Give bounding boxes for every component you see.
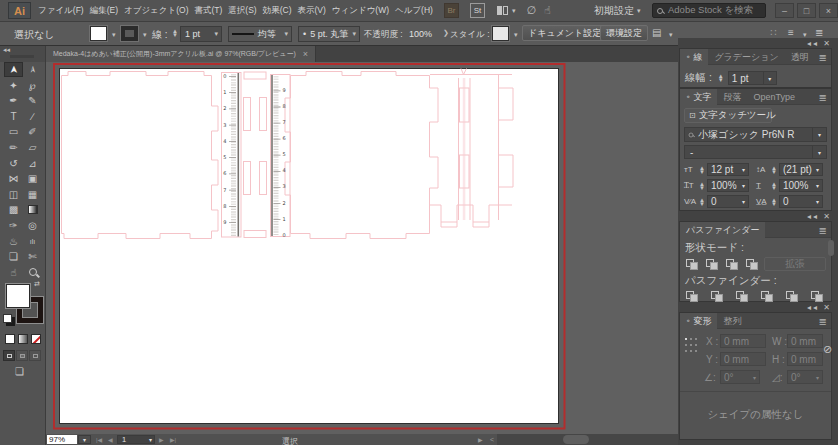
shape-mode-0-icon[interactable] bbox=[685, 258, 700, 271]
tab-character[interactable]: ∘文字 bbox=[680, 89, 717, 105]
stroke-weight-panel-field[interactable]: 1 pt bbox=[728, 71, 764, 85]
menu-item-1[interactable]: 編集(E) bbox=[87, 0, 121, 22]
direct-selection-tool[interactable]: ➢ bbox=[23, 62, 42, 77]
stock-search-box[interactable]: Adobe Stock を検索 bbox=[652, 3, 766, 18]
horizontal-scale-field[interactable]: 100%▾ bbox=[779, 179, 823, 192]
dock-list-icon[interactable]: ≣ bbox=[815, 27, 823, 38]
dock-panel-icon[interactable]: ≡ bbox=[788, 27, 794, 38]
menu-item-8[interactable]: ヘルプ(H) bbox=[392, 0, 436, 22]
graph-tool[interactable]: ılı bbox=[23, 234, 42, 249]
horizontal-scrollbar-track[interactable] bbox=[497, 434, 682, 445]
opacity-more-icon[interactable]: ❯ bbox=[443, 29, 449, 37]
rotate-angle-field[interactable]: 0°▾ bbox=[720, 370, 760, 384]
transform-x-field[interactable]: 0 mm bbox=[720, 334, 766, 348]
stroke-weight-dropdown-icon[interactable]: ▾ bbox=[211, 30, 221, 38]
pathfinder-collapse-icon[interactable]: ◂◂ bbox=[807, 212, 819, 221]
font-style-field[interactable]: - bbox=[684, 145, 813, 159]
kerning-field[interactable]: 0▾ bbox=[707, 195, 749, 208]
stroke-weight-field[interactable]: 1 pt ▾ bbox=[180, 26, 222, 42]
transform-close-icon[interactable]: ✕ bbox=[823, 303, 832, 312]
stroke-weight-stepper[interactable]: ▲▼ bbox=[172, 29, 178, 37]
toolbar-collapse-icon[interactable]: ◂◂ bbox=[3, 46, 10, 54]
curvature-tool[interactable]: ✎ bbox=[23, 93, 42, 108]
gradient-mode-button[interactable] bbox=[18, 334, 28, 344]
toolbar-grip[interactable] bbox=[10, 55, 34, 58]
fill-color-swatch[interactable] bbox=[90, 26, 107, 41]
slice-tool[interactable]: ✄ bbox=[23, 249, 42, 264]
window-maximize-button[interactable]: □ bbox=[797, 3, 816, 18]
zoom-tool[interactable] bbox=[23, 265, 42, 280]
vertical-scale-stepper[interactable]: ▲▼ bbox=[699, 182, 705, 190]
pencil-tool[interactable]: ✏ bbox=[4, 140, 23, 155]
kerning-stepper[interactable]: ▲▼ bbox=[699, 198, 705, 206]
transform-h-field[interactable]: 0 mm bbox=[787, 352, 823, 366]
next-artboard-icon[interactable]: ▶ bbox=[159, 436, 164, 443]
dock-grid-icon[interactable]: ∷ bbox=[770, 27, 776, 38]
gradient-tool[interactable] bbox=[23, 202, 42, 217]
menu-item-7[interactable]: ウィンドウ(W) bbox=[329, 0, 392, 22]
shape-mode-2-icon[interactable] bbox=[725, 258, 740, 271]
shear-angle-field[interactable]: 0°▾ bbox=[787, 370, 823, 384]
dock-close-icon[interactable]: ✕ bbox=[823, 39, 832, 48]
shape-mode-1-icon[interactable] bbox=[705, 258, 720, 271]
hand-tool[interactable]: ☝ bbox=[4, 265, 23, 280]
stroke-dropdown-icon[interactable]: ▾ bbox=[140, 31, 150, 39]
character-panel-menu-icon[interactable]: ≣ bbox=[819, 92, 827, 103]
artboard-tool[interactable]: ❏ bbox=[4, 249, 23, 264]
stock-icon[interactable]: St bbox=[470, 3, 485, 18]
font-size-stepper[interactable]: ▲▼ bbox=[699, 166, 705, 174]
fill-dropdown-icon[interactable]: ▾ bbox=[109, 31, 119, 39]
eraser-tool[interactable]: ▱ bbox=[23, 140, 42, 155]
touch-workspace-icon[interactable]: ☝ bbox=[544, 4, 551, 17]
reference-point-locator[interactable] bbox=[685, 338, 698, 355]
none-mode-button[interactable] bbox=[31, 334, 41, 344]
style-swatch[interactable] bbox=[492, 26, 509, 41]
pathfinder-close-icon[interactable]: ✕ bbox=[823, 212, 832, 221]
screen-mode-icon[interactable]: ❏ bbox=[15, 366, 24, 377]
rotate-tool[interactable]: ↺ bbox=[4, 156, 23, 171]
symbol-sprayer-tool[interactable]: ♨ bbox=[4, 234, 23, 249]
first-artboard-icon[interactable]: |◀ bbox=[96, 436, 102, 443]
eyedropper-tool[interactable]: ✑ bbox=[4, 218, 23, 233]
dock-collapse-icon[interactable]: ◂◂ bbox=[807, 39, 819, 48]
draw-inside-button[interactable] bbox=[29, 350, 41, 361]
line-segment-tool[interactable]: ∕ bbox=[23, 109, 42, 124]
stroke-color-swatch[interactable] bbox=[121, 26, 138, 41]
draw-behind-button[interactable] bbox=[16, 350, 28, 361]
bridge-icon[interactable]: Br bbox=[444, 3, 459, 18]
font-size-field[interactable]: 12 pt▾ bbox=[707, 163, 749, 176]
transform-collapse-icon[interactable]: ◂◂ bbox=[807, 303, 819, 312]
document-tab-close-icon[interactable]: × bbox=[303, 49, 308, 59]
leading-field[interactable]: (21 pt)▾ bbox=[779, 163, 823, 176]
workspace-dropdown-icon[interactable]: ▾ bbox=[634, 7, 644, 15]
panel-options-dropdown[interactable]: ▾ bbox=[666, 31, 676, 39]
font-family-dropdown[interactable]: ▾ bbox=[813, 127, 827, 142]
status-display[interactable]: 選択 bbox=[282, 436, 298, 445]
tab-stroke[interactable]: ∘線 bbox=[680, 49, 708, 65]
tab-paragraph[interactable]: 段落 bbox=[717, 89, 747, 105]
menu-item-5[interactable]: 効果(C) bbox=[260, 0, 295, 22]
horizontal-scrollbar-thumb[interactable] bbox=[563, 435, 589, 444]
gpu-performance-icon[interactable]: ∅ bbox=[527, 4, 537, 17]
constrain-proportions-icon[interactable]: ⊘ bbox=[823, 343, 832, 356]
workspace-switcher[interactable]: 初期設定 bbox=[594, 4, 634, 18]
zoom-dropdown-button[interactable]: ▾ bbox=[78, 435, 91, 444]
rectangle-tool[interactable]: ▭ bbox=[4, 124, 23, 139]
scroll-left-icon[interactable]: < bbox=[490, 436, 494, 443]
width-tool[interactable]: ⋈ bbox=[4, 171, 23, 186]
brush-definition-field[interactable]: • 5 pt. 丸筆 ▾ bbox=[298, 26, 360, 42]
tab-opentype[interactable]: OpenType bbox=[747, 89, 801, 105]
arrange-documents-icon[interactable] bbox=[495, 5, 509, 17]
zoom-level-field[interactable]: 97% bbox=[47, 435, 77, 444]
menu-item-2[interactable]: オブジェクト(O) bbox=[121, 0, 191, 22]
menu-item-3[interactable]: 書式(T) bbox=[191, 0, 225, 22]
font-family-field[interactable]: 小塚ゴシック Pr6N R bbox=[684, 127, 813, 142]
mesh-tool[interactable]: ▩ bbox=[4, 202, 23, 217]
previous-artboard-icon[interactable]: ◀ bbox=[108, 436, 113, 443]
font-style-dropdown[interactable]: ▾ bbox=[813, 145, 827, 159]
blend-tool[interactable]: ◎ bbox=[23, 218, 42, 233]
tracking-stepper[interactable]: ▲▼ bbox=[771, 198, 777, 206]
scale-tool[interactable]: ⊿ bbox=[23, 156, 42, 171]
expand-button[interactable]: 拡張 bbox=[764, 257, 826, 271]
tab-pathfinder[interactable]: パスファインダー bbox=[680, 222, 765, 238]
